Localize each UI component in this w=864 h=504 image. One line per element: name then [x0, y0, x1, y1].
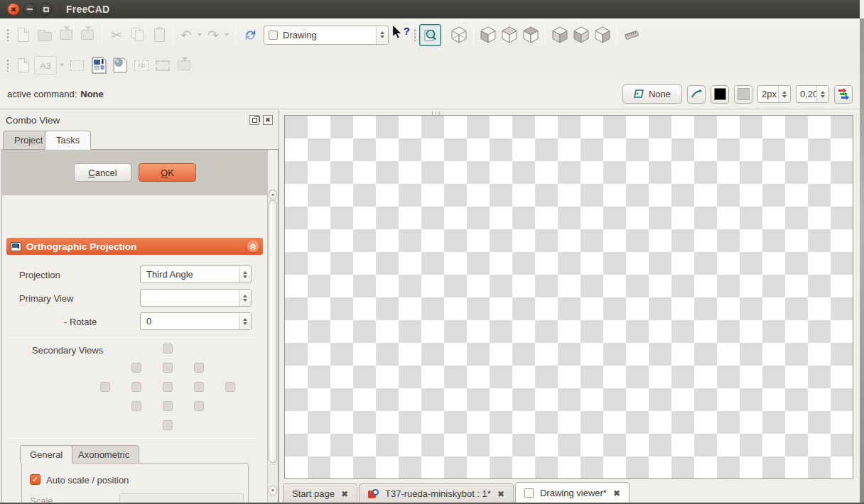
secondary-view-checkbox[interactable]: [131, 401, 141, 411]
undo-icon: ↶: [180, 28, 192, 42]
fill-pattern-value: None: [649, 89, 671, 99]
task-section-header[interactable]: Orthographic Projection: [6, 238, 263, 255]
drawing-canvas[interactable]: [284, 115, 853, 479]
tab-general[interactable]: General: [20, 445, 72, 464]
collapse-section-button[interactable]: [247, 241, 259, 252]
redo-button[interactable]: ↷: [205, 25, 222, 45]
ok-button[interactable]: OK: [139, 163, 196, 182]
title-bar[interactable]: ✖ FreeCAD: [0, 0, 860, 18]
orthographic-views-button[interactable]: [88, 55, 109, 76]
copy-button[interactable]: [127, 24, 148, 45]
spin-arrows[interactable]: [816, 86, 828, 102]
undo-dropdown-button[interactable]: [195, 25, 205, 45]
whats-this-button[interactable]: ?: [392, 25, 410, 45]
ruler-icon: [623, 26, 640, 43]
secondary-view-checkbox[interactable]: [131, 363, 141, 373]
view-bottom-button[interactable]: [571, 24, 592, 45]
tab-start-page[interactable]: Start page ✖: [283, 483, 357, 504]
rotate-spinbox[interactable]: 0: [140, 312, 252, 330]
panel-close-button[interactable]: ✖: [263, 115, 273, 125]
toolbar-grip[interactable]: [414, 28, 416, 41]
chevron-up-icon: [249, 242, 257, 251]
cut-button[interactable]: ✂: [106, 24, 127, 45]
splitter-handle[interactable]: [432, 111, 442, 115]
secondary-view-checkbox[interactable]: [163, 420, 173, 430]
toolbar-grip[interactable]: [6, 28, 9, 41]
page-size-button[interactable]: A3: [34, 56, 57, 75]
draft-view-button[interactable]: [109, 55, 131, 76]
scroll-down-button[interactable]: [269, 486, 277, 495]
close-icon[interactable]: ✖: [341, 489, 348, 499]
secondary-view-checkbox[interactable]: [194, 363, 204, 373]
clip-group-button[interactable]: [152, 55, 173, 76]
view-left-button[interactable]: [592, 24, 613, 45]
tab-drawing-viewer[interactable]: Drawing viewer* ✖: [515, 482, 630, 504]
auto-scale-checkbox[interactable]: ✓: [30, 474, 40, 485]
close-icon[interactable]: ✖: [497, 489, 504, 499]
export-graphics-button[interactable]: [834, 85, 853, 104]
scale-input[interactable]: [119, 493, 244, 504]
page-size-dropdown[interactable]: [57, 55, 67, 75]
tasks-scrollbar[interactable]: [267, 189, 278, 503]
fit-all-button[interactable]: [420, 25, 441, 45]
spin-arrows[interactable]: [239, 313, 251, 329]
toolbar-grip[interactable]: [6, 59, 9, 72]
cancel-button[interactable]: Cancel: [74, 163, 131, 182]
scrollbar-thumb[interactable]: [269, 200, 277, 463]
face-color-button[interactable]: [734, 85, 752, 104]
scroll-up-button[interactable]: [269, 190, 277, 199]
undo-button[interactable]: ↶: [178, 25, 195, 45]
secondary-view-checkbox[interactable]: [100, 382, 110, 392]
line-color-button[interactable]: [711, 85, 729, 104]
tab-axonometric[interactable]: Axonometric: [68, 445, 139, 464]
window-maximize-button[interactable]: [40, 3, 53, 16]
view-front-button[interactable]: [477, 24, 499, 45]
close-icon[interactable]: ✖: [613, 488, 620, 498]
workbench-selector[interactable]: Drawing: [264, 26, 389, 45]
window-minimize-button[interactable]: [23, 3, 36, 16]
view-right-button[interactable]: [520, 24, 541, 45]
secondary-view-checkbox[interactable]: [163, 363, 173, 373]
view-axonometric-button[interactable]: [448, 24, 470, 45]
paste-button[interactable]: [148, 24, 170, 45]
spin-arrows[interactable]: [778, 86, 790, 102]
secondary-view-checkbox[interactable]: [225, 382, 235, 392]
secondary-view-checkbox[interactable]: [131, 382, 141, 392]
new-page-button[interactable]: [13, 55, 34, 76]
annotation-button[interactable]: Ab: [131, 55, 152, 76]
combo-arrows[interactable]: [376, 26, 388, 44]
primary-view-combobox[interactable]: [140, 289, 252, 307]
view-top-button[interactable]: [499, 24, 520, 45]
draft-line-button[interactable]: [687, 85, 706, 104]
view-rear-button[interactable]: [549, 24, 571, 45]
redo-dropdown-button[interactable]: [222, 25, 232, 45]
print-button[interactable]: [77, 24, 98, 45]
secondary-view-checkbox[interactable]: [163, 344, 173, 354]
tab-document[interactable]: T37-rueda-miniskybot : 1* ✖: [359, 483, 514, 504]
refresh-button[interactable]: [239, 24, 261, 45]
secondary-view-checkbox[interactable]: [163, 382, 173, 392]
window-close-button[interactable]: ✖: [7, 3, 20, 16]
scale-label: Scale: [30, 495, 53, 504]
export-page-button[interactable]: [173, 55, 195, 76]
open-document-button[interactable]: [34, 24, 55, 45]
insert-view-button[interactable]: [67, 55, 88, 76]
line-width-spinbox[interactable]: 2px: [757, 85, 791, 103]
active-command-label: active command:: [7, 89, 77, 99]
save-document-button[interactable]: [55, 24, 77, 45]
fill-pattern-button[interactable]: None: [622, 84, 682, 104]
dashed-view-icon: [70, 60, 84, 71]
combo-arrows[interactable]: [239, 290, 251, 306]
new-document-button[interactable]: [13, 24, 34, 45]
tab-tasks[interactable]: Tasks: [45, 131, 91, 150]
secondary-view-checkbox[interactable]: [194, 382, 204, 392]
secondary-view-checkbox[interactable]: [194, 401, 204, 411]
secondary-view-checkbox[interactable]: [163, 401, 173, 411]
point-size-spinbox[interactable]: 0,20: [796, 85, 829, 103]
projection-combobox[interactable]: Third Angle: [140, 265, 252, 283]
measure-distance-button[interactable]: [621, 24, 642, 45]
rear-view-cube-icon: [551, 26, 569, 44]
panel-float-button[interactable]: [249, 115, 259, 125]
combo-view-header[interactable]: Combo View ✖: [0, 110, 279, 130]
combo-arrows[interactable]: [239, 266, 251, 283]
